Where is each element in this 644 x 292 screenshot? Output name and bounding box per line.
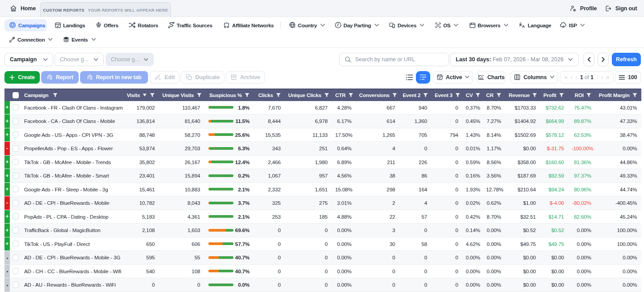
svg-text:A: A <box>522 24 525 29</box>
